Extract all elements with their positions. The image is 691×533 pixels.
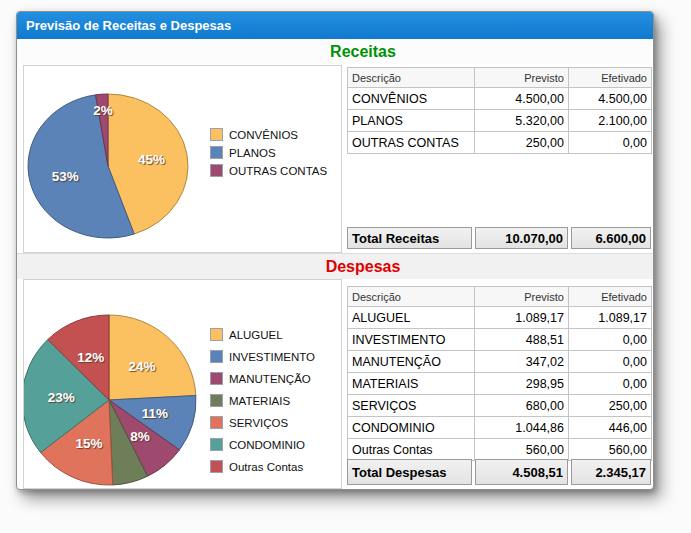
cell-previsto: 250,00 (475, 132, 569, 154)
column-header-previsto: Previsto (475, 287, 569, 307)
pie-percent-label: 11% (142, 406, 168, 421)
cell-efetivado: 0,00 (569, 373, 652, 395)
legend-swatch (210, 128, 223, 141)
legend-item-condominio: CONDOMINIO (210, 438, 315, 451)
pie-slice-aluguel (109, 315, 196, 400)
legend-swatch (210, 146, 223, 159)
legend-swatch (210, 438, 223, 451)
column-header-descricao: Descrição (348, 68, 475, 88)
cell-efetivado: 4.500,00 (569, 88, 652, 110)
legend-item-investimento: INVESTIMENTO (210, 350, 315, 363)
cell-efetivado: 2.100,00 (569, 110, 652, 132)
legend-label: PLANOS (229, 147, 276, 159)
legend-label: ALUGUEL (229, 329, 283, 341)
receitas-chart-panel: 45%53%2% CONVÊNIOSPLANOSOUTRAS CONTAS (23, 65, 342, 253)
receitas-total-efetivado: 6.600,00 (571, 227, 651, 249)
table-row: Outras Contas560,00560,00 (348, 439, 652, 461)
pie-percent-label: 2% (93, 103, 113, 118)
cell-previsto: 5.320,00 (475, 110, 569, 132)
legend-item-convenios: CONVÊNIOS (210, 128, 327, 141)
legend-label: CONDOMINIO (229, 439, 305, 451)
pie-percent-label: 23% (48, 390, 75, 405)
column-header-efetivado: Efetivado (569, 68, 652, 88)
pie-percent-label: 24% (128, 359, 155, 374)
despesas-total-previsto: 4.508,51 (475, 459, 568, 485)
cell-previsto: 560,00 (475, 439, 569, 461)
column-header-descricao: Descrição (348, 287, 475, 307)
cell-previsto: 4.500,00 (475, 88, 569, 110)
legend-item-outras-contas: OUTRAS CONTAS (210, 164, 327, 177)
report-window: Previsão de Receitas e Despesas Receitas… (16, 11, 654, 490)
receitas-table: Descrição Previsto Efetivado CONVÊNIOS4.… (347, 67, 652, 154)
cell-efetivado: 1.089,17 (569, 307, 652, 329)
receitas-total-row: Total Receitas 10.070,00 6.600,00 (347, 227, 651, 249)
cell-descricao: PLANOS (348, 110, 475, 132)
cell-previsto: 680,00 (475, 395, 569, 417)
legend-swatch (210, 394, 223, 407)
legend-label: SERVIÇOS (229, 417, 288, 429)
cell-efetivado: 0,00 (569, 351, 652, 373)
despesas-table: Descrição Previsto Efetivado ALUGUEL1.08… (347, 286, 652, 461)
despesas-total-label: Total Despesas (347, 459, 472, 485)
cell-descricao: SERVIÇOS (348, 395, 475, 417)
legend-item-materiais: MATERIAIS (210, 394, 315, 407)
table-row: SERVIÇOS680,00250,00 (348, 395, 652, 417)
legend-label: INVESTIMENTO (229, 351, 315, 363)
legend-swatch (210, 328, 223, 341)
pie-percent-label: 12% (77, 350, 104, 365)
legend-label: OUTRAS CONTAS (229, 165, 327, 177)
pie-percent-label: 45% (138, 152, 165, 167)
table-row: CONVÊNIOS4.500,004.500,00 (348, 88, 652, 110)
cell-previsto: 1.044,86 (475, 417, 569, 439)
legend-label: CONVÊNIOS (229, 129, 298, 141)
despesas-title: Despesas (326, 258, 401, 275)
cell-descricao: ALUGUEL (348, 307, 475, 329)
cell-efetivado: 560,00 (569, 439, 652, 461)
receitas-title: Receitas (330, 43, 396, 60)
table-row: INVESTIMENTO488,510,00 (348, 329, 652, 351)
receitas-legend: CONVÊNIOSPLANOSOUTRAS CONTAS (210, 128, 327, 182)
table-header-row: Descrição Previsto Efetivado (348, 68, 652, 88)
legend-item-manutencao: MANUTENÇÃO (210, 372, 315, 385)
despesas-total-efetivado: 2.345,17 (571, 459, 651, 485)
cell-efetivado: 0,00 (569, 132, 652, 154)
receitas-total-label: Total Receitas (347, 227, 472, 249)
column-header-previsto: Previsto (475, 68, 569, 88)
legend-item-planos: PLANOS (210, 146, 327, 159)
despesas-total-row: Total Despesas 4.508,51 2.345,17 (347, 459, 651, 485)
table-row: OUTRAS CONTAS250,000,00 (348, 132, 652, 154)
cell-descricao: CONDOMINIO (348, 417, 475, 439)
legend-swatch (210, 460, 223, 473)
legend-label: Outras Contas (229, 461, 303, 473)
legend-label: MATERIAIS (229, 395, 290, 407)
pie-percent-label: 53% (52, 169, 79, 184)
legend-swatch (210, 164, 223, 177)
pie-percent-label: 8% (130, 429, 150, 444)
legend-item-outras-contas: Outras Contas (210, 460, 315, 473)
legend-swatch (210, 416, 223, 429)
pie-percent-label: 15% (75, 436, 102, 451)
despesas-section-header: Despesas (17, 253, 653, 279)
legend-item-aluguel: ALUGUEL (210, 328, 315, 341)
legend-item-servicos: SERVIÇOS (210, 416, 315, 429)
window-titlebar[interactable]: Previsão de Receitas e Despesas (17, 12, 653, 39)
cell-previsto: 298,95 (475, 373, 569, 395)
despesas-legend: ALUGUELINVESTIMENTOMANUTENÇÃOMATERIAISSE… (210, 328, 315, 482)
cell-efetivado: 250,00 (569, 395, 652, 417)
receitas-total-previsto: 10.070,00 (475, 227, 568, 249)
window-title: Previsão de Receitas e Despesas (26, 18, 231, 33)
cell-descricao: Outras Contas (348, 439, 475, 461)
cell-descricao: MATERIAIS (348, 373, 475, 395)
cell-previsto: 347,02 (475, 351, 569, 373)
table-row: CONDOMINIO1.044,86446,00 (348, 417, 652, 439)
receitas-section-header: Receitas (17, 39, 653, 64)
column-header-efetivado: Efetivado (569, 287, 652, 307)
legend-label: MANUTENÇÃO (229, 373, 311, 385)
cell-descricao: CONVÊNIOS (348, 88, 475, 110)
table-header-row: Descrição Previsto Efetivado (348, 287, 652, 307)
despesas-chart-panel: 24%11%8%15%23%12% ALUGUELINVESTIMENTOMAN… (23, 279, 342, 489)
table-row: PLANOS5.320,002.100,00 (348, 110, 652, 132)
table-row: MANUTENÇÃO347,020,00 (348, 351, 652, 373)
table-row: MATERIAIS298,950,00 (348, 373, 652, 395)
cell-descricao: INVESTIMENTO (348, 329, 475, 351)
